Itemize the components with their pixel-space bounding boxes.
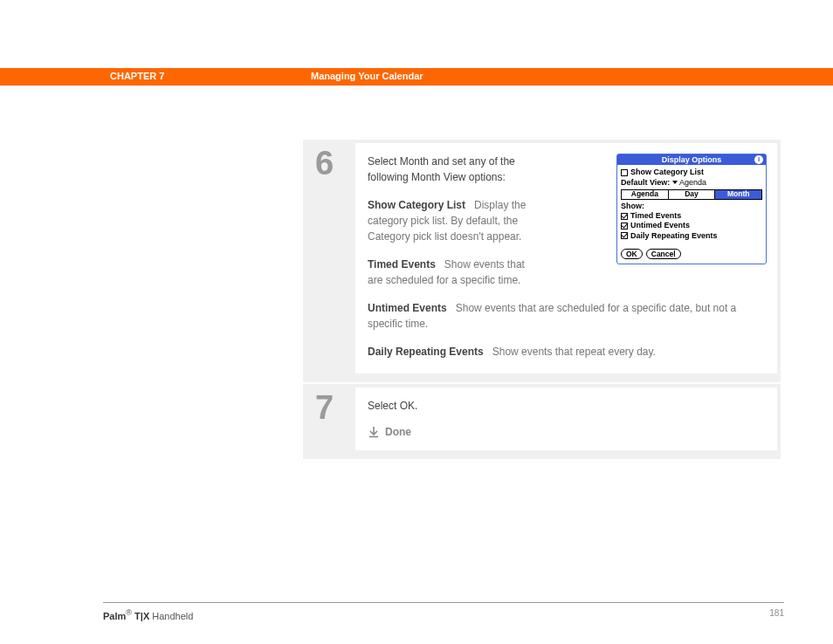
step-number-6: 6 — [303, 140, 355, 373]
palm-default-view-label: Default View: — [621, 178, 670, 187]
info-icon[interactable]: i — [754, 155, 763, 164]
checkbox-show-category[interactable] — [621, 169, 628, 176]
palm-default-view-value: Agenda — [679, 178, 706, 187]
footer-divider — [103, 602, 784, 603]
checkbox-daily-repeating[interactable] — [621, 232, 628, 239]
palm-ok-button[interactable]: OK — [621, 249, 643, 259]
option-label: Daily Repeating Events — [368, 346, 484, 358]
palm-tab-day[interactable]: Day — [669, 190, 716, 199]
done-arrow-icon — [368, 426, 380, 438]
step-6-intro: Select Month and set any of the followin… — [368, 154, 542, 185]
step-6-body: Select Month and set any of the followin… — [355, 143, 777, 373]
step-number-7: 7 — [303, 384, 355, 450]
footer-model: T|X — [134, 611, 149, 621]
chapter-label: CHAPTER 7 — [110, 71, 164, 81]
palm-show-category-label: Show Category List — [630, 168, 704, 176]
checkbox-untimed-events[interactable] — [621, 223, 628, 230]
option-timed-events: Timed Events Show events that are schedu… — [368, 257, 542, 288]
option-daily-repeating: Daily Repeating Events Show events that … — [368, 344, 765, 360]
palm-default-view-row[interactable]: Default View: Agenda — [621, 178, 762, 187]
checkbox-timed-events[interactable] — [621, 213, 628, 220]
palm-dialog-title: Display Options i — [617, 154, 766, 165]
footer-type: Handheld — [152, 611, 193, 621]
step-6: 6 Select Month and set any of the follow… — [303, 140, 781, 384]
palm-cb-timed-label: Timed Events — [630, 211, 681, 220]
chapter-title: Managing Your Calendar — [311, 71, 423, 81]
palm-cb-timed[interactable]: Timed Events — [621, 211, 762, 220]
palm-cb-untimed-label: Untimed Events — [630, 221, 690, 230]
option-show-category-list: Show Category List Display the category … — [368, 197, 542, 244]
palm-tab-month[interactable]: Month — [715, 190, 761, 199]
palm-show-category-row[interactable]: Show Category List — [621, 168, 762, 176]
done-row: Done — [368, 424, 765, 440]
palm-cancel-button[interactable]: Cancel — [646, 249, 681, 259]
palm-cb-repeating[interactable]: Daily Repeating Events — [621, 231, 762, 240]
option-label: Untimed Events — [368, 302, 447, 314]
palm-display-options-dialog: Display Options i Show Category List Def… — [616, 154, 767, 264]
step-7-intro: Select OK. — [368, 398, 765, 414]
step-7: 7 Select OK. Done — [303, 384, 781, 461]
footer-product: Palm® T|X Handheld — [103, 608, 193, 621]
palm-default-view-dropdown[interactable]: Agenda — [672, 178, 706, 187]
done-label: Done — [385, 424, 411, 440]
palm-dialog-title-text: Display Options — [662, 155, 722, 164]
palm-tabs: Agenda Day Month — [621, 189, 762, 200]
header-bar: CHAPTER 7 Managing Your Calendar — [0, 68, 833, 86]
option-label: Timed Events — [368, 258, 436, 271]
step-7-body: Select OK. Done — [355, 387, 777, 450]
content-area: 6 Select Month and set any of the follow… — [303, 140, 781, 461]
palm-cb-repeating-label: Daily Repeating Events — [630, 231, 718, 240]
palm-show-label: Show: — [621, 202, 762, 210]
option-desc: Show events that repeat every day. — [492, 346, 656, 358]
option-untimed-events: Untimed Events Show events that are sche… — [368, 300, 765, 332]
option-label: Show Category List — [368, 199, 465, 211]
palm-tab-agenda[interactable]: Agenda — [622, 190, 669, 199]
footer-brand: Palm — [103, 611, 126, 621]
palm-cb-untimed[interactable]: Untimed Events — [621, 221, 762, 230]
page-number: 181 — [769, 608, 784, 618]
